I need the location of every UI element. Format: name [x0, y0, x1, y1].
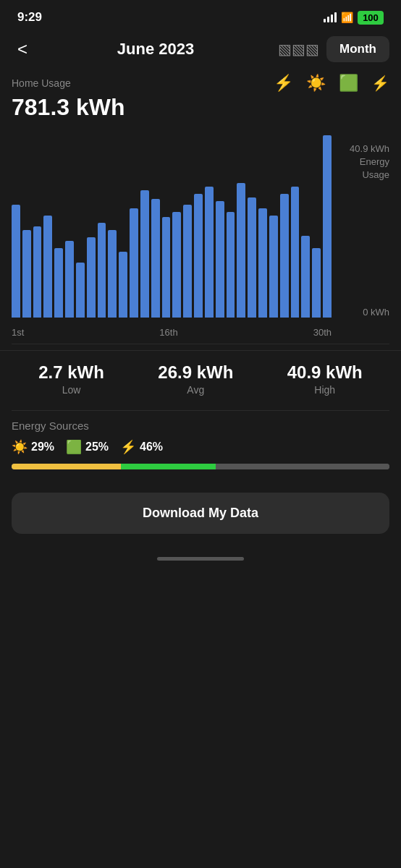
- chart-bar: [12, 205, 20, 318]
- page-title: June 2023: [117, 40, 194, 59]
- x-label-1st: 1st: [12, 327, 24, 338]
- stat-low-label: Low: [38, 384, 104, 396]
- chart-section: 40.9 kWh Energy Usage 0 kWh 1st 16th 30t…: [0, 127, 401, 344]
- home-usage-section: Home Usage ⚡ ☀️ 🟩 ⚡ 781.3 kWh: [0, 71, 401, 127]
- battery-percent: 25%: [85, 441, 109, 454]
- stat-avg-label: Avg: [158, 384, 233, 396]
- chart-bar: [140, 190, 149, 318]
- chart-bar: [87, 237, 96, 318]
- stat-avg-value: 26.9 kWh: [158, 362, 233, 383]
- divider: [12, 344, 389, 344]
- chart-bar: [98, 223, 106, 318]
- home-usage-label: Home Usage: [12, 77, 71, 89]
- stat-high-label: High: [287, 384, 363, 396]
- solar-source-icon: ☀️: [12, 439, 28, 455]
- source-battery: 🟩 25%: [66, 439, 109, 455]
- status-icons: 📶 100: [324, 11, 384, 25]
- energy-bar-segment: [121, 464, 216, 469]
- chart-bar: [323, 135, 332, 318]
- energy-sources-bar: [12, 464, 389, 469]
- stats-row: 2.7 kWh Low 26.9 kWh Avg 40.9 kWh High: [0, 350, 401, 410]
- signal-bars-icon: [324, 12, 337, 22]
- energy-bar-segment: [216, 464, 389, 469]
- chart-max-label: 40.9 kWh Energy Usage: [350, 142, 389, 182]
- chart-bar: [301, 236, 310, 318]
- chart-bar: [258, 208, 267, 318]
- electric-home-icon: ⚡: [274, 74, 293, 93]
- nav-right-controls: ▧▧▧ Month: [278, 36, 389, 62]
- stat-low-value: 2.7 kWh: [38, 362, 104, 383]
- chart-bar: [291, 187, 300, 318]
- stat-low: 2.7 kWh Low: [38, 362, 104, 396]
- month-button[interactable]: Month: [326, 36, 389, 62]
- solar-icon: ☀️: [306, 74, 326, 93]
- chart-bar: [162, 217, 171, 318]
- source-grid: ⚡ 46%: [120, 439, 163, 455]
- chart-bar: [130, 208, 138, 318]
- wifi-icon: 📶: [341, 12, 353, 23]
- chart-bar: [227, 212, 235, 318]
- solar-percent: 29%: [31, 441, 54, 454]
- chart-bar: [33, 226, 42, 318]
- chart-min-label: 0 kWh: [363, 307, 389, 318]
- chart-bar: [151, 199, 160, 318]
- chart-bar: [65, 241, 74, 318]
- energy-sources-section: Energy Sources ☀️ 29% 🟩 25% ⚡ 46%: [0, 411, 401, 481]
- status-bar: 9:29 📶 100: [0, 0, 401, 30]
- stat-high: 40.9 kWh High: [287, 362, 363, 396]
- home-indicator: [0, 551, 401, 572]
- grid-percent: 46%: [140, 441, 163, 454]
- back-button[interactable]: <: [12, 36, 33, 62]
- chart-bar: [76, 263, 85, 318]
- download-section: Download My Data: [0, 481, 401, 551]
- chart-icon[interactable]: ▧▧▧: [278, 41, 319, 58]
- chart-bar: [183, 205, 192, 318]
- stat-avg: 26.9 kWh Avg: [158, 362, 233, 396]
- chart-bar: [108, 230, 117, 318]
- chart-bar: [280, 194, 289, 318]
- source-solar: ☀️ 29%: [12, 439, 54, 455]
- energy-sources-row: ☀️ 29% 🟩 25% ⚡ 46%: [12, 439, 389, 455]
- home-usage-header: Home Usage ⚡ ☀️ 🟩 ⚡: [12, 74, 389, 93]
- stat-high-value: 40.9 kWh: [287, 362, 363, 383]
- battery-source-icon: 🟩: [66, 439, 82, 455]
- chart-bar: [312, 248, 321, 318]
- chart-bar: [22, 230, 31, 318]
- chart-bar: [205, 187, 214, 318]
- grid-source-icon: ⚡: [120, 439, 136, 455]
- energy-sources-title: Energy Sources: [12, 420, 389, 432]
- x-label-16th: 16th: [159, 327, 177, 338]
- chart-bar: [119, 252, 127, 318]
- chart-bar: [43, 216, 52, 318]
- home-indicator-bar: [157, 557, 244, 561]
- nav-header: < June 2023 ▧▧▧ Month: [0, 30, 401, 71]
- chart-bar: [248, 197, 256, 318]
- chart-bar: [54, 248, 63, 318]
- home-usage-value: 781.3 kWh: [12, 94, 389, 121]
- bars-area: [12, 135, 332, 318]
- battery-indicator: 100: [358, 11, 384, 25]
- home-usage-icons: ⚡ ☀️ 🟩 ⚡: [274, 74, 389, 93]
- download-button[interactable]: Download My Data: [12, 493, 389, 534]
- chart-bar: [194, 194, 203, 318]
- chart-bar: [216, 201, 224, 318]
- chart-bar: [172, 212, 181, 318]
- grid-icon: ⚡: [371, 75, 389, 92]
- battery-icon: 🟩: [339, 74, 358, 93]
- status-time: 9:29: [17, 10, 42, 25]
- chart-x-labels: 1st 16th 30th: [12, 320, 332, 338]
- energy-bar-segment: [12, 464, 121, 469]
- x-label-30th: 30th: [313, 327, 332, 338]
- chart-bar: [269, 216, 278, 318]
- chart-container: 40.9 kWh Energy Usage 0 kWh 1st 16th 30t…: [12, 135, 389, 338]
- chart-bar: [237, 183, 245, 318]
